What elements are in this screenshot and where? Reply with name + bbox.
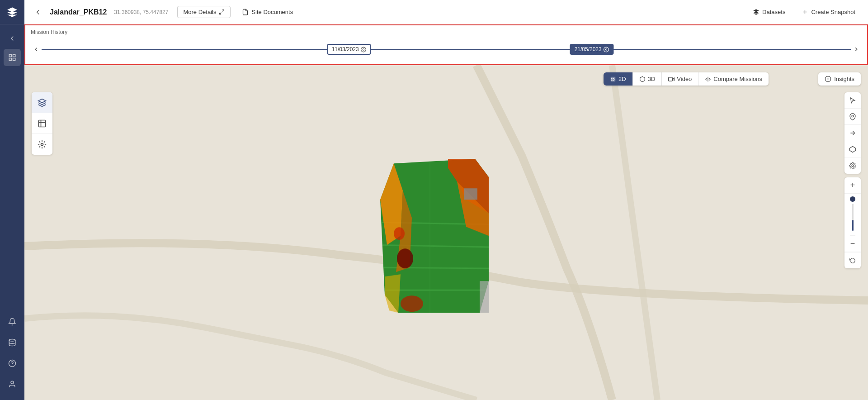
create-snapshot-label: Create Snapshot: [811, 9, 855, 15]
view-compare-label: Compare Missions: [713, 76, 762, 82]
svg-point-13: [604, 47, 609, 52]
map-tools-right: + −: [844, 92, 861, 268]
datasets-label: Datasets: [762, 9, 785, 15]
annotate-icon: [38, 140, 47, 149]
create-snapshot-button[interactable]: Create Snapshot: [796, 6, 861, 18]
timeline-date-2[interactable]: 21/05/2023: [570, 44, 614, 55]
more-details-label: More Details: [183, 9, 216, 15]
svg-point-12: [363, 48, 364, 50]
svg-rect-1: [13, 54, 15, 57]
timeline-date-label-2: 21/05/2023: [575, 46, 602, 52]
svg-rect-29: [464, 188, 477, 200]
ndvi-overlay: [376, 154, 493, 317]
timeline-next-button[interactable]: [851, 44, 862, 55]
reset-zoom-button[interactable]: [844, 252, 861, 268]
3d-icon: [639, 76, 646, 82]
zoom-out-button[interactable]: −: [844, 236, 861, 252]
map-tools-left: [32, 92, 52, 155]
svg-marker-47: [849, 146, 855, 152]
refresh-icon: [849, 257, 856, 264]
sidebar-nav-top: [4, 24, 21, 66]
datasets-button[interactable]: Datasets: [747, 6, 791, 18]
settings-icon: [849, 162, 856, 169]
datasets-icon: [753, 9, 760, 15]
timeline-node-2[interactable]: 21/05/2023: [570, 44, 614, 55]
view-compare-button[interactable]: Compare Missions: [698, 72, 769, 86]
timeline-date-1[interactable]: 11/03/2023: [327, 44, 371, 55]
compare-icon: [705, 76, 711, 82]
draw-icon: [38, 119, 47, 128]
svg-text:2D: 2D: [611, 77, 615, 81]
draw-tool-button[interactable]: [32, 113, 52, 134]
sidebar-item-data[interactable]: [4, 334, 21, 351]
expand-icon: [219, 9, 225, 15]
svg-point-48: [852, 165, 854, 167]
measure-tool-button[interactable]: [844, 125, 861, 141]
docs-icon: [242, 9, 249, 15]
view-3d-label: 3D: [648, 76, 656, 82]
svg-line-8: [220, 13, 222, 14]
more-details-button[interactable]: More Details: [177, 6, 231, 18]
layers-tool-button[interactable]: [32, 92, 52, 113]
site-docs-label: Site Documents: [251, 9, 293, 15]
svg-marker-40: [38, 99, 46, 102]
view-video-button[interactable]: Video: [662, 72, 698, 86]
svg-point-6: [11, 381, 14, 384]
sidebar-item-back[interactable]: [4, 30, 21, 47]
video-icon: [668, 76, 675, 82]
svg-marker-28: [480, 281, 489, 313]
timeline-prev-button[interactable]: [31, 44, 42, 55]
cursor-icon: [849, 97, 856, 104]
polygon-tool-button[interactable]: [844, 141, 861, 157]
map-area[interactable]: 2D 2D 3D Video Compare Missions In: [24, 65, 868, 400]
mission-history-label: Mission History: [31, 29, 862, 35]
view-toggle: 2D 2D 3D Video Compare Missions: [604, 72, 769, 86]
svg-point-44: [41, 143, 43, 146]
settings-tool-button[interactable]: [844, 157, 861, 174]
mission-history-bar: Mission History 11/03/2023 21/05/2023: [24, 24, 868, 65]
mission-timeline: 11/03/2023 21/05/2023: [31, 38, 862, 61]
svg-marker-31: [385, 274, 401, 313]
sidebar-logo[interactable]: [0, 0, 24, 24]
insights-button[interactable]: Insights: [818, 72, 861, 86]
timeline-date-label-1: 11/03/2023: [332, 46, 359, 52]
site-coords: 31.360938, 75.447827: [114, 9, 168, 15]
sidebar-item-bell[interactable]: [4, 313, 21, 330]
annotate-tool-button[interactable]: [32, 134, 52, 155]
grid-icon: [8, 53, 16, 62]
data-icon: [8, 338, 16, 347]
sidebar-item-help[interactable]: [4, 355, 21, 372]
insights-label: Insights: [834, 76, 854, 82]
view-video-label: Video: [677, 76, 692, 82]
pin-tool-button[interactable]: [844, 109, 861, 125]
svg-rect-0: [9, 54, 11, 57]
logo-icon: [6, 6, 18, 18]
view-2d-button[interactable]: 2D 2D: [604, 72, 633, 86]
location-icon-2: [604, 47, 609, 52]
zoom-slider[interactable]: [850, 194, 855, 236]
header-back-button[interactable]: [32, 6, 44, 19]
pin-icon: [849, 113, 856, 120]
zoom-handle[interactable]: [850, 196, 855, 202]
zoom-in-button[interactable]: +: [844, 177, 861, 194]
svg-point-14: [606, 48, 607, 50]
cursor-tool-button[interactable]: [844, 92, 861, 109]
help-icon: [8, 359, 16, 367]
view-3d-button[interactable]: 3D: [633, 72, 662, 86]
measure-icon: [849, 129, 856, 137]
plus-icon: [802, 9, 808, 15]
back-icon: [8, 34, 16, 43]
svg-point-26: [397, 248, 413, 268]
timeline-node-1[interactable]: 11/03/2023: [327, 44, 371, 55]
svg-point-11: [361, 47, 366, 52]
svg-point-27: [394, 227, 405, 240]
2d-icon: 2D: [610, 76, 616, 82]
site-name: Jalandar_PKB12: [50, 8, 107, 16]
polygon-icon: [849, 146, 856, 153]
timeline-track: 11/03/2023 21/05/2023: [42, 49, 851, 50]
sidebar-item-grid[interactable]: [4, 49, 21, 66]
zoom-controls: + −: [844, 177, 861, 268]
site-docs-button[interactable]: Site Documents: [236, 6, 299, 18]
sidebar-item-user[interactable]: [4, 376, 21, 393]
location-icon-1: [361, 47, 367, 52]
